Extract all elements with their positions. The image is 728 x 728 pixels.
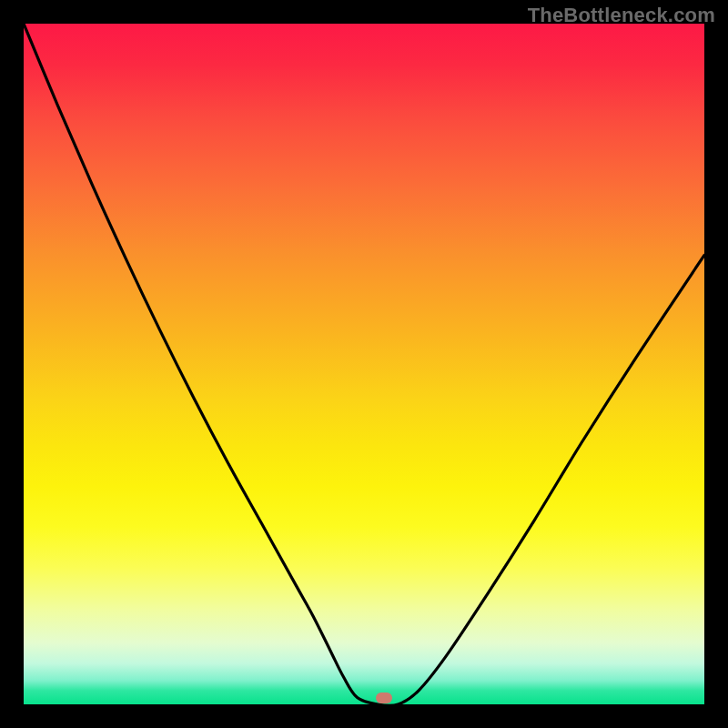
bottleneck-dot (376, 693, 392, 703)
curve-path (24, 24, 704, 704)
bottleneck-curve (24, 24, 704, 704)
watermark-text: TheBottleneck.com (528, 4, 715, 27)
chart-frame: TheBottleneck.com (0, 0, 728, 728)
plot-area (24, 24, 704, 704)
